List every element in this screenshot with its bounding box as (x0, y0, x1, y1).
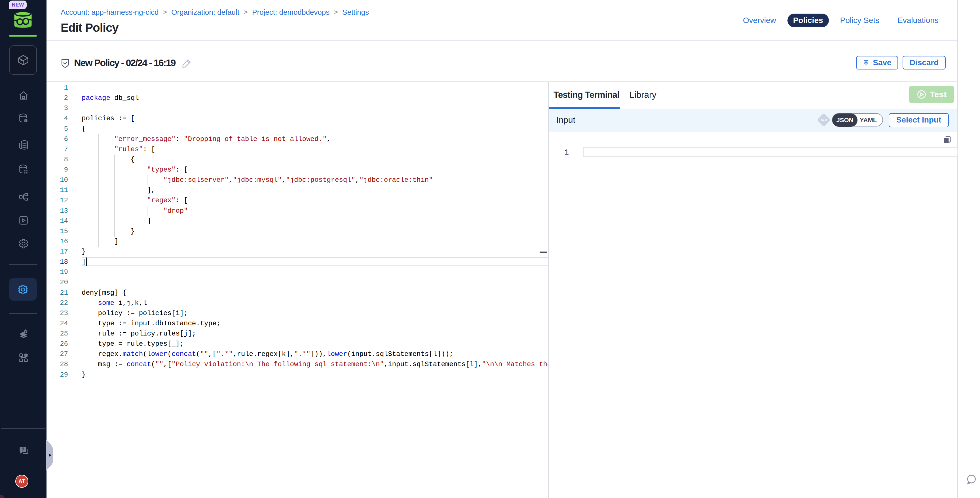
svg-text:?: ? (22, 447, 24, 452)
